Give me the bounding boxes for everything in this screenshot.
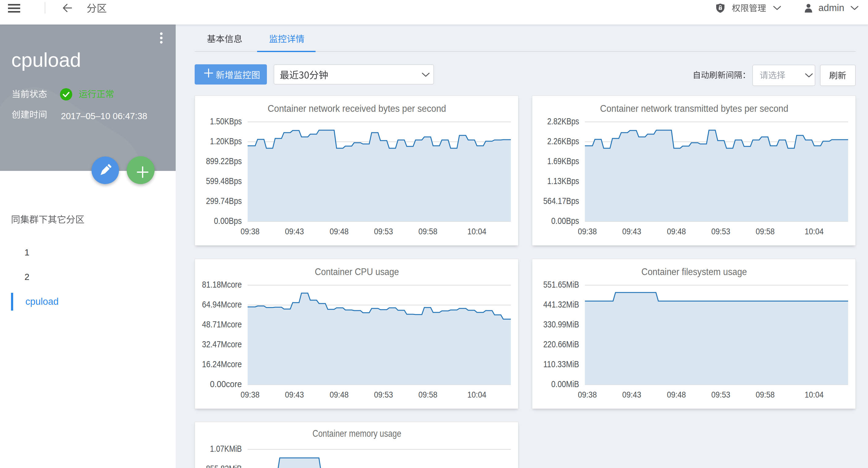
- svg-text:Container network transmitted: Container network transmitted bytes per …: [600, 103, 788, 114]
- svg-text:09:53: 09:53: [711, 390, 730, 400]
- svg-text:0.00Bps: 0.00Bps: [551, 215, 579, 226]
- svg-text:0.00Bps: 0.00Bps: [214, 215, 242, 226]
- svg-text:1.07KMiB: 1.07KMiB: [210, 443, 242, 454]
- svg-text:81.18Mcore: 81.18Mcore: [202, 279, 242, 289]
- svg-text:564.17Bps: 564.17Bps: [543, 196, 579, 206]
- svg-text:09:38: 09:38: [241, 227, 259, 236]
- svg-text:Container memory usage: Container memory usage: [312, 428, 401, 439]
- svg-text:09:53: 09:53: [374, 390, 393, 400]
- svg-text:09:58: 09:58: [756, 227, 775, 236]
- svg-text:1.50KBps: 1.50KBps: [210, 116, 242, 126]
- svg-text:0.00MiB: 0.00MiB: [551, 379, 579, 389]
- svg-text:599.48Bps: 599.48Bps: [206, 176, 242, 186]
- svg-text:10:04: 10:04: [805, 227, 824, 236]
- svg-text:09:38: 09:38: [241, 390, 259, 400]
- svg-text:09:48: 09:48: [667, 227, 686, 236]
- svg-text:09:48: 09:48: [330, 390, 349, 400]
- svg-text:09:58: 09:58: [418, 227, 437, 236]
- svg-text:855.82MiB: 855.82MiB: [206, 463, 242, 468]
- svg-text:64.94Mcore: 64.94Mcore: [202, 299, 242, 309]
- svg-text:1.13KBps: 1.13KBps: [547, 176, 579, 186]
- svg-text:1.69KBps: 1.69KBps: [547, 156, 579, 166]
- svg-text:2.26KBps: 2.26KBps: [547, 136, 579, 146]
- svg-text:09:53: 09:53: [711, 227, 730, 236]
- svg-text:32.47Mcore: 32.47Mcore: [202, 339, 242, 349]
- svg-text:Container network received byt: Container network received bytes per sec…: [268, 103, 446, 114]
- svg-text:10:04: 10:04: [467, 390, 486, 400]
- svg-text:Container filesystem usage: Container filesystem usage: [642, 266, 747, 277]
- svg-text:09:48: 09:48: [330, 227, 349, 236]
- svg-text:09:43: 09:43: [285, 227, 304, 236]
- svg-text:09:48: 09:48: [667, 390, 686, 400]
- svg-text:09:43: 09:43: [622, 227, 641, 236]
- svg-text:09:43: 09:43: [622, 390, 641, 400]
- svg-text:09:53: 09:53: [374, 227, 393, 236]
- svg-text:551.65MiB: 551.65MiB: [543, 279, 579, 289]
- svg-text:10:04: 10:04: [805, 390, 824, 400]
- svg-text:441.32MiB: 441.32MiB: [543, 299, 579, 309]
- svg-text:2.82KBps: 2.82KBps: [547, 116, 579, 126]
- svg-text:899.22Bps: 899.22Bps: [206, 156, 242, 166]
- svg-text:330.99MiB: 330.99MiB: [543, 319, 579, 329]
- svg-text:16.24Mcore: 16.24Mcore: [202, 359, 242, 369]
- svg-text:09:58: 09:58: [418, 390, 437, 400]
- svg-text:09:38: 09:38: [578, 227, 597, 236]
- svg-text:09:58: 09:58: [756, 390, 775, 400]
- svg-text:09:38: 09:38: [578, 390, 597, 400]
- svg-text:0.00core: 0.00core: [210, 379, 242, 389]
- svg-text:220.66MiB: 220.66MiB: [543, 339, 579, 349]
- svg-text:110.33MiB: 110.33MiB: [543, 359, 579, 369]
- svg-text:1.20KBps: 1.20KBps: [210, 136, 242, 146]
- svg-text:10:04: 10:04: [467, 227, 486, 236]
- svg-text:Container CPU usage: Container CPU usage: [315, 266, 399, 277]
- svg-text:09:43: 09:43: [285, 390, 304, 400]
- svg-text:48.71Mcore: 48.71Mcore: [202, 319, 242, 329]
- svg-text:299.74Bps: 299.74Bps: [206, 196, 242, 206]
